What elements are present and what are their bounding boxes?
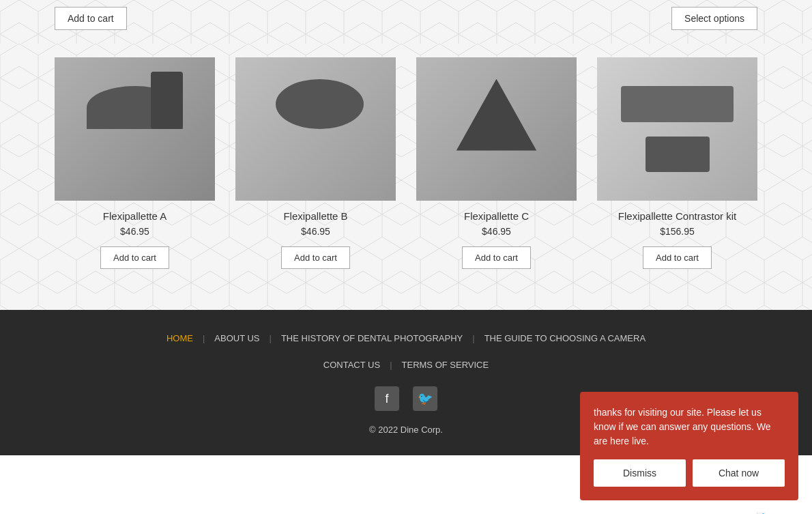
twitter-icon[interactable]: 🐦 <box>413 386 437 411</box>
product-image-flexipallette-kit <box>597 57 757 201</box>
top-add-to-cart-button[interactable]: Add to cart <box>55 7 127 30</box>
product-price-flexipallette-kit: $156.95 <box>597 226 757 237</box>
chat-widget: thanks for visiting our site. Please let… <box>580 392 798 455</box>
add-to-cart-button-flexipallette-b[interactable]: Add to cart <box>281 246 350 269</box>
product-price-flexipallette-c: $46.95 <box>416 226 577 237</box>
add-to-cart-button-flexipallette-a[interactable]: Add to cart <box>100 246 169 269</box>
chat-message-text: thanks for visiting our site. Please let… <box>580 392 798 455</box>
product-title-flexipallette-a: Flexipallette A <box>55 210 215 222</box>
product-image-flexipallette-b <box>235 57 396 201</box>
footer-nav-item-the-guide-to-choosing-a-camera[interactable]: THE GUIDE TO CHOOSING A CAMERA <box>475 330 655 346</box>
product-card-flexipallette-c: Flexipallette C $46.95 Add to cart <box>416 57 577 269</box>
footer-nav-row2: CONTACT US|TERMS OF SERVICE <box>55 357 757 373</box>
add-to-cart-button-flexipallette-kit[interactable]: Add to cart <box>643 246 712 269</box>
footer-nav-item-terms-of-service[interactable]: TERMS OF SERVICE <box>392 357 499 373</box>
product-card-flexipallette-kit: Flexipallette Contrastor kit $156.95 Add… <box>597 57 757 269</box>
top-section: Add to cart Select options <box>0 0 812 44</box>
product-card-flexipallette-a: Flexipallette A $46.95 Add to cart <box>55 57 215 269</box>
footer-nav-row1: HOME|ABOUT US|THE HISTORY OF DENTAL PHOT… <box>55 330 757 346</box>
footer-nav-item-the-history-of-dental-photography[interactable]: THE HISTORY OF DENTAL PHOTOGRAPHY <box>272 330 472 346</box>
product-title-flexipallette-kit: Flexipallette Contrastor kit <box>597 210 757 222</box>
products-grid: Flexipallette A $46.95 Add to cart Flexi… <box>55 57 757 269</box>
footer-nav-item-home[interactable]: HOME <box>157 330 203 346</box>
product-title-flexipallette-b: Flexipallette B <box>235 210 396 222</box>
products-section: Flexipallette A $46.95 Add to cart Flexi… <box>0 44 812 310</box>
product-image-flexipallette-a <box>55 57 215 201</box>
product-title-flexipallette-c: Flexipallette C <box>416 210 577 222</box>
facebook-icon[interactable]: f <box>375 386 399 411</box>
product-price-flexipallette-a: $46.95 <box>55 226 215 237</box>
top-select-options-button[interactable]: Select options <box>671 7 757 30</box>
add-to-cart-button-flexipallette-c[interactable]: Add to cart <box>462 246 531 269</box>
product-image-flexipallette-c <box>416 57 577 201</box>
footer-nav-item-about-us[interactable]: ABOUT US <box>205 330 269 346</box>
footer-nav-item-contact-us[interactable]: CONTACT US <box>314 357 390 373</box>
product-price-flexipallette-b: $46.95 <box>235 226 396 237</box>
product-card-flexipallette-b: Flexipallette B $46.95 Add to cart <box>235 57 396 269</box>
